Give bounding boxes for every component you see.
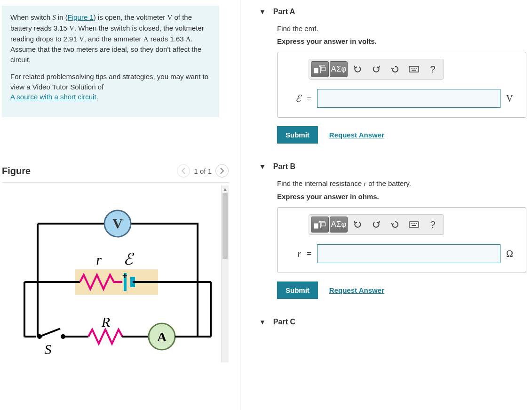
r-label: r — [96, 252, 102, 267]
svg-rect-17 — [314, 224, 318, 228]
R-label: R — [101, 314, 110, 330]
svg-point-21 — [413, 223, 413, 224]
problem-paragraph-1: When switch S in (Figure 1) is open, the… — [10, 12, 212, 65]
left-column: When switch S in (Figure 1) is open, the… — [0, 0, 240, 410]
figure-next-button[interactable] — [215, 164, 229, 177]
svg-point-14 — [414, 68, 415, 69]
svg-rect-24 — [412, 225, 416, 226]
greek-button[interactable]: ΑΣφ — [330, 217, 348, 233]
part-b-unit: Ω — [506, 249, 517, 259]
part-a-title: Part A — [273, 8, 295, 16]
svg-text:+: + — [122, 271, 127, 281]
figure-scrollbar[interactable]: ▲ — [221, 185, 229, 362]
svg-line-7 — [40, 329, 60, 337]
svg-rect-9 — [314, 68, 318, 73]
part-a-unit: V — [506, 93, 517, 104]
ammeter-label: A — [157, 330, 167, 344]
svg-point-13 — [413, 68, 413, 69]
problem-paragraph-2: For related problemsolving tips and stra… — [10, 72, 212, 102]
redo-button[interactable] — [367, 61, 385, 77]
redo-button[interactable] — [367, 217, 385, 233]
part-a-prompt: Find the emf. — [277, 24, 526, 32]
svg-rect-11 — [409, 66, 419, 72]
unit-amps: A — [186, 35, 191, 43]
part-b: ▼ Part B Find the internal resistance r … — [240, 155, 532, 310]
undo-button[interactable] — [349, 217, 366, 233]
equals-sign: = — [307, 249, 311, 259]
figure-title: Figure — [2, 166, 31, 177]
figure-section: Figure 1 of 1 — [0, 164, 233, 362]
templates-button[interactable] — [311, 217, 329, 233]
reset-button[interactable] — [386, 217, 404, 233]
text: in ( — [56, 13, 68, 21]
keyboard-icon — [409, 66, 419, 72]
svg-point-22 — [414, 223, 415, 224]
reset-icon — [391, 65, 399, 73]
text: , and the ammeter — [84, 35, 143, 43]
text: reads 1.63 — [149, 35, 186, 43]
video-tutor-link[interactable]: A source with a short circuit — [10, 93, 96, 101]
chevron-left-icon — [181, 168, 186, 174]
templates-button[interactable] — [311, 61, 329, 77]
divider — [2, 182, 229, 183]
part-b-express: Express your answer in ohms. — [277, 193, 526, 201]
emf-label: ℰ — [123, 250, 135, 268]
part-a-answer-box: ΑΣφ ? — [277, 52, 526, 118]
chevron-right-icon — [220, 168, 224, 174]
text: . — [96, 93, 98, 101]
part-a: ▼ Part A Find the emf. Express your answ… — [240, 0, 532, 155]
svg-point-23 — [416, 223, 417, 224]
greek-button[interactable]: ΑΣφ — [330, 61, 348, 77]
problem-statement: When switch S in (Figure 1) is open, the… — [2, 6, 219, 117]
part-b-title: Part B — [273, 162, 295, 171]
template-icon — [314, 64, 326, 74]
unit-volts: V — [79, 35, 84, 43]
figure-nav: 1 of 1 — [177, 164, 229, 177]
unit-volts: V — [69, 24, 74, 32]
right-column: ▼ Part A Find the emf. Express your answ… — [240, 0, 532, 410]
figure-prev-button[interactable] — [177, 164, 190, 177]
help-button[interactable]: ? — [424, 61, 442, 77]
part-b-header[interactable]: ▼ Part B — [240, 160, 532, 179]
equation-toolbar: ΑΣφ ? — [309, 59, 444, 80]
part-b-prompt: Find the internal resistance r of the ba… — [277, 179, 526, 188]
redo-icon — [372, 65, 381, 73]
part-a-header[interactable]: ▼ Part A — [240, 5, 532, 24]
keyboard-button[interactable] — [405, 217, 423, 233]
part-b-input[interactable] — [317, 244, 500, 263]
help-button[interactable]: ? — [424, 217, 442, 233]
part-a-request-answer-link[interactable]: Request Answer — [329, 131, 384, 139]
reset-button[interactable] — [386, 61, 404, 77]
undo-icon — [353, 65, 362, 73]
text: For related problemsolving tips and stra… — [10, 72, 208, 91]
template-icon — [314, 220, 326, 229]
undo-button[interactable] — [349, 61, 366, 77]
part-b-var: r — [286, 249, 301, 259]
scroll-thumb[interactable] — [222, 193, 228, 259]
part-b-submit-button[interactable]: Submit — [277, 281, 318, 299]
svg-rect-18 — [321, 223, 326, 226]
part-a-var: ℰ — [286, 93, 301, 104]
part-a-express: Express your answer in volts. — [277, 37, 526, 45]
part-c: ▼ Part C — [240, 310, 532, 335]
voltmeter-label: V — [112, 216, 123, 231]
part-c-title: Part C — [273, 318, 295, 326]
ammeter-symbol: A — [143, 35, 149, 43]
keyboard-button[interactable] — [405, 61, 423, 77]
equals-sign: = — [307, 94, 311, 104]
reset-icon — [391, 220, 399, 229]
chevron-down-icon: ▼ — [259, 163, 266, 170]
part-c-header[interactable]: ▼ Part C — [240, 315, 532, 335]
part-b-answer-box: ΑΣφ ? — [277, 207, 526, 273]
circuit-diagram: V + r ℰ — [2, 185, 221, 358]
figure-link[interactable]: Figure 1 — [68, 13, 94, 21]
svg-rect-19 — [409, 222, 419, 227]
part-a-input[interactable] — [317, 89, 500, 108]
part-b-request-answer-link[interactable]: Request Answer — [329, 286, 384, 294]
voltmeter-symbol: V — [167, 14, 173, 21]
switch-label: S — [45, 341, 52, 357]
svg-point-15 — [416, 68, 417, 69]
part-a-submit-button[interactable]: Submit — [277, 126, 318, 144]
text: Find the internal resistance — [277, 179, 364, 187]
chevron-down-icon: ▼ — [259, 8, 266, 16]
